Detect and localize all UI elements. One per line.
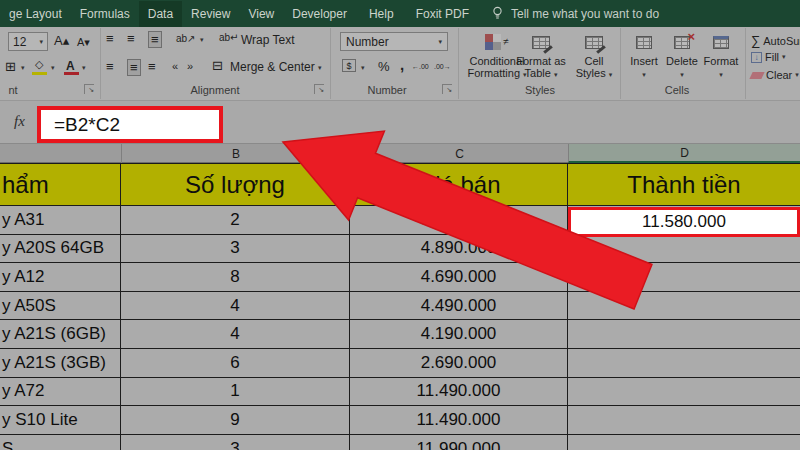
sheet-cell[interactable]: 3: [121, 235, 350, 264]
sheet-cell[interactable]: 9: [121, 406, 350, 435]
sheet-cell[interactable]: 5.790.000: [350, 206, 568, 235]
align-left-button[interactable]: ≡: [106, 59, 114, 74]
sheet-cell[interactable]: 4.890.000: [350, 235, 568, 264]
sheet-cell[interactable]: 6: [121, 349, 350, 378]
increase-decimal-button[interactable]: ←.00: [412, 63, 429, 70]
middle-align-button[interactable]: ≡: [127, 31, 135, 46]
percent-style-button[interactable]: %: [378, 59, 390, 74]
chevron-down-icon[interactable]: ▾: [361, 64, 365, 72]
ribbon: 12 ▾ A▴ A▾ ⊞ ▾ ◇ ▾ A ▾ ≡ ≡ ≡ ab↗ ▾ ab↵ W…: [0, 27, 800, 100]
font-dialog-launcher[interactable]: ↘: [84, 84, 94, 94]
chevron-down-icon[interactable]: ▾: [21, 64, 25, 72]
tab-page-layout[interactable]: ge Layout: [0, 1, 71, 27]
sheet-cell[interactable]: 11.990.000: [350, 435, 568, 450]
header-cell-product[interactable]: hẩm: [0, 164, 121, 206]
grow-font-button[interactable]: A▴: [54, 33, 69, 48]
sheet-cell[interactable]: y A20S 64GB: [0, 235, 121, 264]
merge-center-button[interactable]: Merge & Center: [230, 60, 315, 74]
sheet-cell[interactable]: y A21S (6GB): [0, 320, 121, 349]
borders-button[interactable]: ⊞: [5, 59, 16, 74]
tab-view[interactable]: View: [239, 1, 283, 27]
sheet-cell[interactable]: 4.190.000: [350, 320, 568, 349]
font-size-select[interactable]: 12 ▾: [8, 32, 48, 51]
column-header-d[interactable]: D: [568, 144, 800, 163]
accounting-format-button[interactable]: $: [342, 59, 356, 72]
clear-button[interactable]: Clear ▾: [751, 69, 799, 81]
format-cells-button[interactable]: Format ▾: [700, 29, 742, 81]
sheet-cell[interactable]: y A50S: [0, 292, 121, 321]
autosum-button[interactable]: ∑ AutoSum: [751, 33, 800, 48]
sheet-cell[interactable]: 4: [121, 292, 350, 321]
header-cell-total[interactable]: Thành tiền: [568, 164, 800, 206]
sheet-cell[interactable]: 2: [121, 206, 350, 235]
number-dialog-launcher[interactable]: ↘: [442, 84, 452, 94]
insert-cells-button[interactable]: Insert ▾: [624, 29, 664, 81]
fx-icon[interactable]: fx: [14, 113, 25, 130]
orientation-button[interactable]: ab↗: [176, 33, 196, 44]
align-center-button[interactable]: ≡: [127, 59, 141, 76]
tell-me-box[interactable]: Tell me what you want to do: [492, 6, 659, 21]
sheet-cell[interactable]: 4.490.000: [350, 292, 568, 321]
active-cell-d2[interactable]: 11.580.000: [568, 207, 800, 237]
number-format-select[interactable]: Number ▾: [340, 32, 448, 51]
sheet-cell[interactable]: [568, 406, 800, 435]
cell-styles-button[interactable]: Cell Styles ▾: [570, 29, 618, 81]
sheet-cell[interactable]: 8: [121, 263, 350, 292]
header-cell-price[interactable]: Giá bán: [350, 164, 568, 206]
tab-foxit-pdf[interactable]: Foxit PDF: [407, 1, 478, 27]
wrap-text-icon: ab↵: [219, 32, 239, 43]
shrink-font-button[interactable]: A▾: [77, 36, 90, 49]
column-header-a[interactable]: [0, 144, 121, 163]
tab-developer[interactable]: Developer: [283, 1, 356, 27]
formula-input[interactable]: =B2*C2: [37, 106, 223, 143]
bottom-align-button[interactable]: ≡: [148, 31, 162, 48]
font-color-button[interactable]: A: [66, 59, 75, 73]
sheet-cell[interactable]: [568, 435, 800, 450]
chevron-down-icon[interactable]: ▾: [200, 36, 204, 44]
cell-styles-label-2: Styles: [576, 67, 606, 79]
chevron-down-icon[interactable]: ▾: [318, 64, 322, 72]
header-cell-quantity[interactable]: Số lượng: [121, 164, 350, 206]
align-right-button[interactable]: ≡: [148, 59, 156, 74]
tab-review[interactable]: Review: [182, 1, 239, 27]
increase-indent-button[interactable]: »: [187, 60, 193, 72]
cell-styles-icon: [585, 36, 603, 49]
sheet-cell[interactable]: 11.490.000: [350, 406, 568, 435]
top-align-button[interactable]: ≡: [106, 31, 114, 46]
sheet-cell[interactable]: y A72: [0, 378, 121, 407]
wrap-text-button[interactable]: Wrap Text: [241, 33, 295, 47]
sheet-cell[interactable]: [568, 320, 800, 349]
sheet-cell[interactable]: y A31: [0, 206, 121, 235]
sheet-cell[interactable]: 3: [121, 435, 350, 450]
chevron-down-icon[interactable]: ▾: [51, 64, 55, 72]
fill-button[interactable]: ↓ Fill ▾: [751, 51, 786, 63]
tab-data[interactable]: Data: [139, 1, 182, 27]
format-as-table-button[interactable]: Format as Table ▾: [512, 29, 570, 81]
sheet-cell[interactable]: [568, 349, 800, 378]
sheet-cell[interactable]: 2.690.000: [350, 349, 568, 378]
sheet-cell[interactable]: 1: [121, 378, 350, 407]
sheet-cell[interactable]: y S10 Lite: [0, 406, 121, 435]
column-header-b[interactable]: B: [121, 144, 350, 163]
sheet-cell[interactable]: 11.490.000: [350, 378, 568, 407]
tab-help[interactable]: Help: [356, 1, 407, 27]
format-as-table-label-1: Format as: [512, 55, 570, 67]
sheet-cell[interactable]: 4: [121, 320, 350, 349]
decrease-indent-button[interactable]: «: [172, 60, 178, 72]
sheet-cell[interactable]: S: [0, 435, 121, 450]
tab-formulas[interactable]: Formulas: [71, 1, 139, 27]
sheet-cell[interactable]: [568, 263, 800, 292]
comma-style-button[interactable]: ,: [400, 56, 404, 73]
sheet-cell[interactable]: [568, 292, 800, 321]
sheet-cell[interactable]: 4.690.000: [350, 263, 568, 292]
sheet-cell[interactable]: [568, 235, 800, 264]
fill-color-button[interactable]: ◇: [35, 58, 43, 71]
sheet-cell[interactable]: y A21S (3GB): [0, 349, 121, 378]
sheet-cell[interactable]: y A12: [0, 263, 121, 292]
delete-cells-button[interactable]: × Delete ▾: [662, 29, 702, 81]
sheet-cell[interactable]: [568, 378, 800, 407]
column-header-c[interactable]: C: [350, 144, 568, 163]
chevron-down-icon[interactable]: ▾: [82, 64, 86, 72]
decrease-decimal-button[interactable]: .00→: [434, 63, 451, 70]
alignment-dialog-launcher[interactable]: ↘: [314, 84, 324, 94]
